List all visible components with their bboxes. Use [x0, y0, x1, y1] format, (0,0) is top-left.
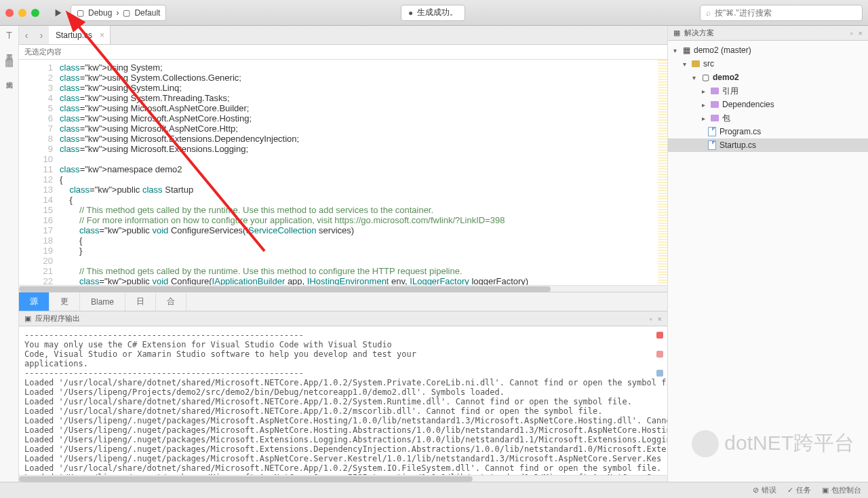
status-errors[interactable]: ⊘错误 — [753, 485, 776, 495]
nav-forward-button[interactable]: › — [34, 30, 49, 41]
close-window-button[interactable] — [5, 9, 14, 17]
config-debug-label: Debug — [88, 8, 112, 18]
chevron-down-icon[interactable]: ▾ — [690, 74, 698, 81]
chevron-right-icon[interactable]: ▸ — [699, 115, 707, 122]
chevron-down-icon[interactable]: ▾ — [680, 60, 688, 68]
watermark: dotNET跨平台 — [692, 429, 854, 457]
toolbox-icon[interactable]: T — [6, 30, 12, 41]
search-icon: ⌕ — [706, 8, 711, 18]
tree-file-startup-label: Startup.cs — [719, 140, 756, 150]
tab-log[interactable]: 日 — [125, 292, 156, 311]
folder-icon — [711, 115, 719, 121]
folder-icon — [692, 60, 700, 67]
minimap[interactable] — [658, 60, 667, 285]
console-icon: ▣ — [822, 486, 829, 495]
solution-root-icon: ▦ — [682, 45, 691, 55]
tree-project[interactable]: ▾ ▢ demo2 — [668, 71, 868, 84]
close-tab-icon[interactable]: × — [100, 31, 104, 40]
search-input[interactable] — [715, 8, 856, 18]
run-button[interactable] — [52, 6, 65, 20]
error-icon: ⊘ — [753, 486, 759, 495]
chevron-right-icon[interactable]: ▸ — [699, 101, 707, 109]
nav-back-button[interactable]: ‹ — [19, 30, 34, 41]
tab-changes[interactable]: 更 — [50, 292, 80, 311]
device-icon: ▢ — [77, 8, 84, 18]
tree-dependencies[interactable]: ▸ Dependencies — [668, 98, 868, 111]
left-toolbar: T 工具箱 ▦ 文档大纲 — [0, 26, 19, 482]
solution-explorer: ▦ 解决方案 ▫ × ▾ ▦ demo2 (master) ▾ src ▾ ▢ … — [667, 26, 868, 482]
tree-src-label: src — [703, 59, 714, 69]
folder-icon — [711, 101, 719, 108]
status-console[interactable]: ▣包控制台 — [822, 485, 861, 495]
tab-merge[interactable]: 合 — [156, 292, 186, 311]
output-restore-icon[interactable]: ▫ — [650, 315, 652, 323]
status-tasks[interactable]: ✓任务 — [787, 485, 811, 495]
source-view-tabs: 源 更 Blame 日 合 — [19, 292, 667, 311]
global-search[interactable]: ⌕ — [700, 5, 863, 21]
editor-tabs: ‹ › Startup.cs × — [19, 26, 667, 45]
target-icon: ▢ — [123, 8, 130, 18]
terminal-icon: ▣ — [24, 314, 31, 323]
tree-file-program-label: Program.cs — [719, 127, 761, 136]
panel-restore-icon[interactable]: ▫ — [850, 29, 853, 37]
marker-pin-icon — [656, 370, 663, 377]
check-icon: ✓ — [787, 486, 793, 495]
output-hscroll[interactable] — [19, 475, 667, 482]
panel-close-icon[interactable]: × — [859, 29, 863, 37]
config-target-label: Default — [134, 8, 160, 18]
marker-error-icon — [656, 332, 663, 339]
titlebar: ▢ Debug › ▢ Default ● 生成成功。 ⌕ — [0, 0, 868, 26]
editor-hscroll[interactable] — [19, 285, 667, 292]
project-icon: ▢ — [701, 73, 710, 82]
tree-file-startup[interactable]: Startup.cs — [668, 138, 868, 152]
zoom-window-button[interactable] — [31, 9, 39, 17]
tree-root[interactable]: ▾ ▦ demo2 (master) — [668, 43, 868, 57]
file-tab-label: Startup.cs — [56, 31, 92, 40]
tree-root-label: demo2 (master) — [694, 45, 751, 55]
csharp-file-icon — [708, 127, 716, 136]
tree-src-folder[interactable]: ▾ src — [668, 57, 868, 71]
output-panel: ▣ 应用程序输出 ▫ × ---------------------------… — [19, 311, 667, 482]
output-title: 应用程序输出 — [35, 313, 80, 324]
line-gutter: 12345678910111213141516171819202122 — [19, 60, 60, 285]
chevron-down-icon[interactable]: ▾ — [671, 47, 679, 54]
tree-packages[interactable]: ▸ 包 — [668, 111, 868, 125]
tab-blame[interactable]: Blame — [80, 292, 125, 311]
build-status-text: 生成成功。 — [417, 7, 458, 18]
output-header: ▣ 应用程序输出 ▫ × — [19, 311, 667, 326]
solution-icon: ▦ — [673, 28, 680, 37]
window-controls — [5, 9, 39, 17]
breadcrumb[interactable]: 无选定内容 — [19, 45, 667, 60]
breadcrumb-text: 无选定内容 — [24, 47, 62, 57]
output-markers — [656, 332, 663, 377]
tree-references[interactable]: ▸ 引用 — [668, 84, 868, 98]
solution-title: 解决方案 — [684, 28, 714, 38]
tab-source[interactable]: 源 — [19, 292, 50, 311]
file-tab-startup[interactable]: Startup.cs × — [49, 26, 111, 44]
minimize-window-button[interactable] — [18, 9, 26, 17]
tree-packages-label: 包 — [722, 113, 730, 124]
solution-header: ▦ 解决方案 ▫ × — [668, 26, 868, 41]
config-selector[interactable]: ▢ Debug › ▢ Default — [71, 5, 166, 21]
output-close-icon[interactable]: × — [658, 315, 662, 323]
tree-dependencies-label: Dependencies — [722, 100, 774, 109]
code-area[interactable]: class="kw">using System;class="kw">using… — [60, 60, 667, 285]
status-bar: ⊘错误 ✓任务 ▣包控制台 — [0, 482, 868, 498]
solution-tree[interactable]: ▾ ▦ demo2 (master) ▾ src ▾ ▢ demo2 ▸ 引用 … — [668, 41, 868, 155]
doc-outline-icon[interactable]: ▦ — [5, 57, 14, 68]
tree-file-program[interactable]: Program.cs — [668, 125, 868, 138]
output-body[interactable]: ----------------------------------------… — [19, 326, 667, 475]
tree-references-label: 引用 — [722, 85, 738, 97]
marker-warn-icon — [656, 351, 663, 358]
build-status: ● 生成成功。 — [401, 5, 465, 21]
success-icon: ● — [408, 8, 413, 18]
csharp-file-icon — [708, 140, 716, 150]
chevron-right-icon: › — [116, 8, 119, 18]
tree-project-label: demo2 — [713, 73, 739, 82]
folder-icon — [711, 88, 719, 94]
code-editor[interactable]: 12345678910111213141516171819202122 clas… — [19, 60, 667, 285]
chevron-right-icon[interactable]: ▸ — [699, 88, 707, 95]
